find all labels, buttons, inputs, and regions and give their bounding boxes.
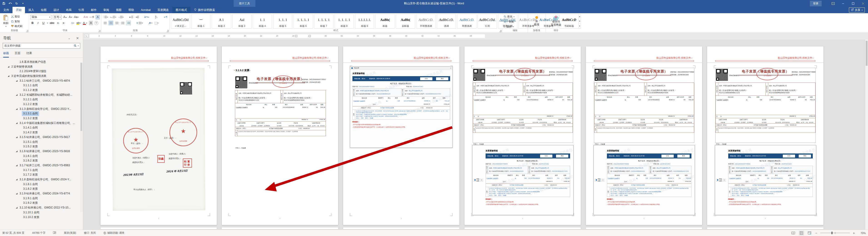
tab-引用[interactable]: 引用 (75, 7, 88, 13)
style-chip[interactable]: AaBbCcD.不明显强调 (416, 14, 436, 29)
nav-heading-item[interactable]: 3.1.1.2 发票 (0, 88, 83, 92)
tab-Acrobat[interactable]: Acrobat (137, 7, 154, 13)
document-page[interactable]: 鞍山淏华运输有限公司-投标文件-↵¶货物运输服务电子发票（增值税专用发票）国家税… (586, 47, 702, 225)
nav-tab-标题[interactable]: 标题 (3, 51, 9, 58)
tab-视图[interactable]: 视图 (113, 7, 125, 13)
highlight-color-icon[interactable]: ab▾ (76, 21, 81, 25)
close-button[interactable]: 关闭 (677, 155, 690, 157)
sort-icon[interactable]: AZ↓ (154, 15, 159, 19)
share-button[interactable]: 共享 ▾ (849, 7, 865, 12)
document-page[interactable]: 鞍山淏华运输有限公司-投标文件-↵¶3.1.5.2 发票↵货物运输服务电子发票（… (222, 47, 338, 225)
paste-button[interactable]: 粘贴 ▾ (1, 14, 10, 28)
tab-百度网盘[interactable]: 百度网盘 (154, 7, 172, 13)
nav-heading-item[interactable]: 3.1.1.1 合同 (0, 83, 83, 88)
nav-heading-item[interactable]: 3.1.6.2 发票 (0, 158, 83, 163)
tell-me-search[interactable]: 操作说明搜索 (194, 7, 215, 13)
web-layout-icon[interactable] (807, 231, 812, 235)
change-case-button[interactable]: Aa▾ (74, 15, 79, 19)
format-painter-button[interactable]: 格式刷 (11, 24, 23, 28)
close-button[interactable]: 关闭 (799, 155, 811, 157)
cut-button[interactable]: 剪切 (11, 15, 23, 19)
superscript-button[interactable]: x² (62, 21, 66, 25)
nav-tab-结果[interactable]: 结果 (26, 51, 32, 58)
tab-文件[interactable]: 文件 (0, 7, 12, 13)
align-right-icon[interactable] (115, 21, 119, 25)
tab-selector[interactable]: L (85, 34, 88, 37)
increase-indent-icon[interactable]: ⇥ (135, 15, 139, 19)
nav-heading-item[interactable]: 3.1.7 钻井三公司、GWDC-2023-YS-6563 (0, 163, 83, 168)
scroll-down-icon[interactable]: ▼ (579, 19, 581, 24)
nav-heading-item[interactable]: 3.1.3.2 发票 (0, 116, 83, 121)
collapse-triangle-icon[interactable] (16, 80, 18, 82)
redo-icon[interactable]: ↻ (15, 2, 18, 5)
document-page[interactable]: 鞍山淏华运输有限公司-投标文件-↵¶查验结果×◎ 国家税务总局◎ 国家税务总局◎… (343, 47, 460, 225)
tab-设计[interactable]: 设计 (50, 7, 62, 13)
document-search-input[interactable]: 在文档中搜索 ▾ (3, 43, 80, 49)
replace-button[interactable]: ab↷替换 (504, 20, 526, 24)
tab-插入[interactable]: 插入 (25, 7, 37, 13)
nav-heading-item[interactable]: 3.1.9 钻井液公司、GWDC-2024-YS-8774 (0, 191, 83, 196)
undo-icon[interactable]: ↶▾ (9, 2, 12, 5)
nav-heading-item[interactable]: 3.1.8 盘锦石油化学公司、GWDC-2024-Y... (0, 177, 83, 182)
nav-heading-item[interactable]: 3.1.4.1 合同 (0, 125, 83, 130)
collapse-triangle-icon[interactable] (8, 75, 9, 77)
nav-heading-item[interactable]: 3.1.6.1 合同 (0, 154, 83, 158)
zoom-in-button[interactable]: + (853, 231, 855, 235)
style-chip[interactable]: AaBbCcD.明显强调 (457, 14, 476, 29)
print-button[interactable]: 打印 (661, 155, 674, 157)
clear-formatting-icon[interactable]: A⌫ (83, 15, 88, 19)
zoom-out-button[interactable]: − (815, 231, 817, 235)
nav-heading-item[interactable]: 3.1.7.2 发票 (0, 173, 83, 177)
maximize-icon[interactable] (848, 0, 858, 7)
shading-icon[interactable]: ▾ (148, 21, 153, 25)
nav-heading-item[interactable]: 2 近年财务状况表 (0, 64, 83, 69)
shrink-font-button[interactable]: A▼ (68, 15, 72, 19)
collapse-triangle-icon[interactable] (16, 137, 18, 138)
nav-heading-item[interactable]: 3.1.8.2 发票 (0, 187, 83, 191)
collapse-triangle-icon[interactable] (16, 150, 18, 152)
navigation-scrollbar[interactable] (80, 62, 83, 212)
tab-开始[interactable]: 开始 (12, 7, 25, 13)
print-button[interactable]: 打印 (540, 155, 552, 157)
close-button[interactable]: 关闭 (556, 155, 568, 157)
document-page[interactable]: 鞍山淏华运输有限公司-投标文件-↵¶货物运输服务电子发票（增值税专用发票）国家税… (707, 47, 824, 225)
nav-heading-item[interactable]: 3.1.10.2 发票 (0, 215, 83, 219)
tab-邮件[interactable]: 邮件 (88, 7, 100, 13)
proofing-icon[interactable] (53, 231, 56, 235)
addins-button[interactable]: 加载项 (529, 14, 544, 28)
close-icon[interactable] (858, 0, 868, 7)
nav-heading-item[interactable]: 1.6 基本存款账户信息 (0, 60, 83, 64)
copy-button[interactable]: 复制 (11, 20, 23, 23)
decrease-indent-icon[interactable]: ⇤ (129, 15, 133, 19)
character-border-icon[interactable]: A (96, 15, 100, 19)
page-number-status[interactable]: 第 62 页, 共 809 页 (2, 231, 24, 235)
collapse-triangle-icon[interactable] (16, 108, 18, 110)
nav-heading-item[interactable]: 3.1.9.2 发票 (0, 201, 83, 206)
nav-heading-item[interactable]: 3.1.6 钻井液公司、GWDC-2023-YS-5616 (0, 149, 83, 154)
nav-heading-item[interactable]: 3 近年完成的类似项目情况表 (0, 73, 83, 79)
search-icon[interactable] (74, 44, 76, 48)
nav-heading-item[interactable]: 3.1.3.1 合同 (0, 111, 83, 116)
font-dialog-launcher-icon[interactable] (98, 30, 100, 32)
indent-marker[interactable] (295, 35, 297, 37)
tab-图片格式[interactable]: 图片格式 (172, 7, 190, 13)
collapse-triangle-icon[interactable] (16, 179, 18, 180)
italic-button[interactable]: I (36, 21, 40, 25)
font-size-combobox[interactable]: 五号▾ (53, 15, 62, 20)
nav-heading-item[interactable]: 2.1 2024年度审计报告 (0, 69, 83, 73)
select-button[interactable]: ▻选择▾ (504, 25, 526, 29)
style-chip[interactable]: AaBbCcDd.引用 (477, 14, 497, 29)
sign-in-button[interactable]: 登录 (810, 1, 822, 6)
read-mode-icon[interactable] (791, 231, 796, 235)
save-to-netdisk-button[interactable]: 保存到百度网盘 (547, 14, 565, 28)
grow-font-button[interactable]: A▲ (63, 15, 67, 19)
collapse-triangle-icon[interactable] (16, 94, 18, 96)
enclose-characters-icon[interactable]: 字 (94, 21, 98, 25)
tab-布局[interactable]: 布局 (62, 7, 75, 13)
style-chip[interactable]: AaBbCcD.强调 (437, 14, 456, 29)
nav-heading-item[interactable]: 3.1.2.1 合同 (0, 97, 83, 102)
style-chip[interactable]: 1. 1. 1. 1标题 7 (314, 14, 333, 29)
line-spacing-icon[interactable]: ⇕▾ (136, 21, 143, 25)
collapse-triangle-icon[interactable] (16, 122, 18, 124)
word-count-status[interactable]: 44789 个字 (32, 231, 45, 235)
